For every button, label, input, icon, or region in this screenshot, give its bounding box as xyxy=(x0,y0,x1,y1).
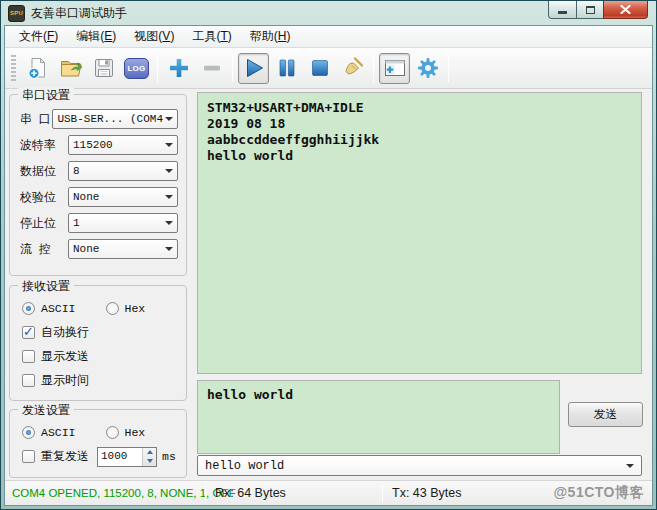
open-button[interactable] xyxy=(55,53,86,84)
spin-down-button[interactable] xyxy=(143,457,156,466)
auto-linefeed-label: 自动换行 xyxy=(41,324,89,341)
stopbits-select[interactable]: 1 xyxy=(68,213,178,233)
send-settings-title: 发送设置 xyxy=(18,402,74,419)
baudrate-row: 波特率 115200 xyxy=(20,135,178,155)
title-bar[interactable]: SPU 友善串口调试助手 xyxy=(1,1,656,25)
arrow-down-icon xyxy=(147,459,153,463)
save-button[interactable] xyxy=(88,53,119,84)
send-ascii-radio[interactable] xyxy=(22,426,35,439)
clear-button[interactable] xyxy=(337,53,368,84)
port-row: 串 口 USB-SER... (COM4 xyxy=(20,109,178,129)
receive-hex-label: Hex xyxy=(125,302,146,315)
parity-row: 校验位 None xyxy=(20,187,178,207)
new-session-button[interactable] xyxy=(22,53,53,84)
menu-item-tools[interactable]: 工具(T) xyxy=(183,26,240,47)
baudrate-select[interactable]: 115200 xyxy=(68,135,178,155)
send-button[interactable]: 发送 xyxy=(568,402,643,427)
show-time-label: 显示时间 xyxy=(41,372,89,389)
port-select[interactable]: USB-SER... (COM4 xyxy=(52,109,178,129)
interval-spinner[interactable]: 1000 xyxy=(97,447,157,467)
interval-value: 1000 xyxy=(98,448,142,466)
window-title: 友善串口调试助手 xyxy=(31,5,127,22)
auto-linefeed-checkbox[interactable] xyxy=(22,326,35,339)
add-tab-button[interactable] xyxy=(163,53,194,84)
port-label: 串 口 xyxy=(20,111,52,128)
databits-row: 数据位 8 xyxy=(20,161,178,181)
send-settings-group: 发送设置 ASCII Hex 重复发送 1000 xyxy=(9,409,187,478)
flowcontrol-row: 流 控 None xyxy=(20,239,178,259)
parity-label: 校验位 xyxy=(20,189,68,206)
receive-settings-group: 接收设置 ASCII Hex 自动换行 显示发送 xyxy=(9,285,187,401)
menu-item-view[interactable]: 视图(V) xyxy=(125,26,183,47)
show-send-label: 显示发送 xyxy=(41,348,89,365)
send-history-combo[interactable]: hello world xyxy=(197,455,642,476)
menu-item-help[interactable]: 帮助(H) xyxy=(241,26,300,47)
clear-broom-icon xyxy=(341,56,365,80)
show-send-row: 显示发送 xyxy=(22,347,178,366)
client-area: 串口设置 串 口 USB-SER... (COM4 波特率 115200 数据位… xyxy=(5,89,652,480)
send-ascii-label: ASCII xyxy=(41,426,76,439)
connect-button[interactable] xyxy=(238,53,269,84)
receive-line: hello world xyxy=(207,148,632,164)
send-mode-row: ASCII Hex xyxy=(22,423,178,442)
stopbits-row: 停止位 1 xyxy=(20,213,178,233)
repeat-send-label: 重复发送 xyxy=(41,448,89,465)
flowcontrol-select[interactable]: None xyxy=(68,239,178,259)
show-time-checkbox[interactable] xyxy=(22,374,35,387)
repeat-send-row: 重复发送 1000 ms xyxy=(22,447,178,466)
arrow-up-icon xyxy=(147,450,153,454)
databits-label: 数据位 xyxy=(20,163,68,180)
toggle-panel-button[interactable] xyxy=(379,53,410,84)
toolbar-separator xyxy=(448,54,449,82)
toolbar-separator xyxy=(232,54,233,82)
flowcontrol-label: 流 控 xyxy=(20,241,68,258)
send-hex-radio[interactable] xyxy=(106,426,119,439)
remove-tab-button[interactable] xyxy=(196,53,227,84)
receive-line: 2019 08 18 xyxy=(207,116,632,132)
remove-icon xyxy=(200,56,224,80)
window-controls xyxy=(548,1,648,19)
spinner-arrows xyxy=(142,448,156,466)
window-body: 文件(F) 编辑(E) 视图(V) 工具(T) 帮助(H) xyxy=(4,25,653,506)
log-button[interactable]: LOG xyxy=(121,53,152,84)
receive-text-area[interactable]: STM32+USART+DMA+IDLE 2019 08 18 aabbccdd… xyxy=(197,92,642,374)
pause-icon xyxy=(275,56,299,80)
minimize-button[interactable] xyxy=(548,1,577,19)
maximize-button[interactable] xyxy=(576,1,604,19)
new-session-icon xyxy=(26,56,50,80)
toolbar: LOG xyxy=(5,48,652,89)
log-icon: LOG xyxy=(124,58,149,79)
settings-gear-icon xyxy=(416,56,440,80)
tx-counter: Tx: 43 Bytes xyxy=(383,486,498,500)
send-history-value: hello world xyxy=(205,459,284,473)
repeat-send-checkbox[interactable] xyxy=(22,450,35,463)
app-window: SPU 友善串口调试助手 文件(F) 编辑(E) 视图(V) 工具(T) 帮助(… xyxy=(0,0,657,510)
toolbar-grip[interactable] xyxy=(11,55,16,81)
chevron-down-icon xyxy=(165,117,173,121)
databits-select[interactable]: 8 xyxy=(68,161,178,181)
parity-select[interactable]: None xyxy=(68,187,178,207)
menu-item-edit[interactable]: 编辑(E) xyxy=(67,26,125,47)
receive-hex-radio[interactable] xyxy=(106,302,119,315)
receive-ascii-radio[interactable] xyxy=(22,302,35,315)
receive-line: aabbccddeeffgghhiijjkk xyxy=(207,132,632,148)
chevron-down-icon xyxy=(165,195,173,199)
stop-button[interactable] xyxy=(304,53,335,84)
send-text-area[interactable]: hello world xyxy=(197,380,560,454)
close-button[interactable] xyxy=(603,1,648,19)
settings-button[interactable] xyxy=(412,53,443,84)
toggle-panel-icon xyxy=(383,56,407,80)
stopbits-label: 停止位 xyxy=(20,215,68,232)
receive-ascii-label: ASCII xyxy=(41,302,76,315)
open-folder-icon xyxy=(59,56,83,80)
auto-linefeed-row: 自动换行 xyxy=(22,323,178,342)
connect-play-icon xyxy=(242,56,266,80)
pause-button[interactable] xyxy=(271,53,302,84)
spin-up-button[interactable] xyxy=(143,448,156,457)
send-hex-label: Hex xyxy=(125,426,146,439)
close-icon xyxy=(620,5,631,14)
show-time-row: 显示时间 xyxy=(22,371,178,390)
interval-unit-label: ms xyxy=(162,450,176,463)
menu-item-file[interactable]: 文件(F) xyxy=(10,26,67,47)
show-send-checkbox[interactable] xyxy=(22,350,35,363)
